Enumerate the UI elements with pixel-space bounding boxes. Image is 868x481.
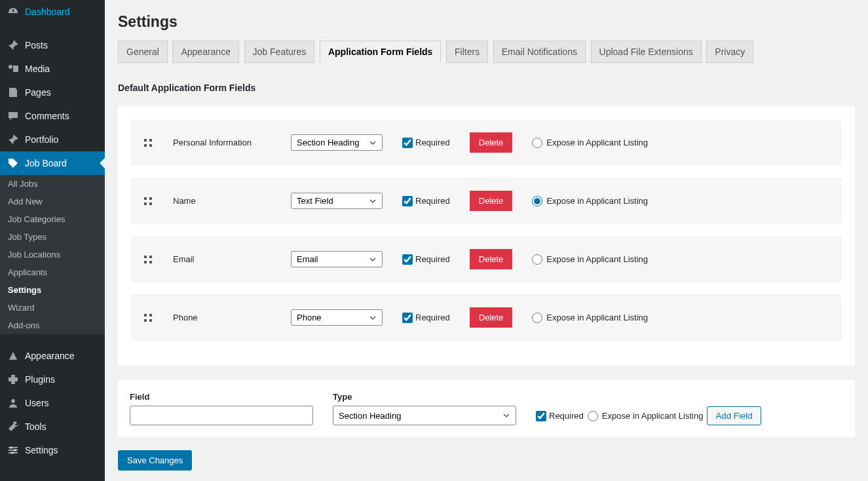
required-check[interactable]: Required [402, 138, 450, 148]
expose-radio[interactable]: Expose in Applicant Listing [532, 138, 648, 148]
delete-button[interactable]: Delete [470, 307, 513, 328]
submenu-add-ons[interactable]: Add-ons [0, 317, 105, 334]
sidebar-item-plugins[interactable]: Plugins [0, 368, 105, 391]
sidebar-label: Media [25, 64, 50, 74]
users-icon [7, 396, 20, 410]
tab-upload-file-extensions[interactable]: Upload File Extensions [591, 41, 702, 63]
svg-rect-17 [149, 256, 152, 258]
expose-radio-input[interactable] [532, 254, 542, 265]
required-check[interactable]: Required [402, 313, 450, 323]
sidebar-item-settings[interactable]: Settings [0, 438, 105, 462]
tab-email-notifications[interactable]: Email Notifications [493, 41, 586, 63]
svg-rect-12 [144, 197, 147, 200]
expose-radio[interactable]: Expose in Applicant Listing [532, 254, 648, 265]
sidebar-item-job-board[interactable]: Job Board [0, 151, 105, 175]
svg-point-7 [11, 452, 14, 454]
expose-radio[interactable]: Expose in Applicant Listing [532, 313, 648, 323]
expose-radio-input[interactable] [532, 313, 542, 323]
tab-job-features[interactable]: Job Features [244, 41, 315, 63]
sidebar-item-appearance[interactable]: Appearance [0, 344, 105, 368]
sidebar-label: Users [25, 398, 49, 408]
svg-rect-8 [144, 139, 147, 142]
field-label: Field [130, 392, 313, 402]
submenu-job-locations[interactable]: Job Locations [0, 246, 105, 263]
comments-icon [7, 109, 20, 123]
new-expose-radio[interactable]: Expose in Applicant Listing [588, 411, 704, 421]
sidebar-item-media[interactable]: Media [0, 57, 105, 81]
field-row: EmailEmailRequiredDeleteExpose in Applic… [131, 236, 842, 282]
submenu-all-jobs[interactable]: All Jobs [0, 175, 105, 193]
field-name-label: Phone [173, 313, 271, 322]
submenu-add-new[interactable]: Add New [0, 193, 105, 210]
expose-radio-input[interactable] [532, 196, 542, 206]
expose-radio-input[interactable] [532, 138, 542, 148]
settings-tabs: General Appearance Job Features Applicat… [118, 41, 855, 63]
delete-button[interactable]: Delete [470, 191, 513, 211]
tab-privacy[interactable]: Privacy [706, 41, 753, 63]
sidebar-label: Tools [25, 421, 47, 432]
svg-rect-10 [144, 144, 147, 147]
svg-rect-22 [144, 319, 147, 322]
sidebar-item-comments[interactable]: Comments [0, 104, 105, 128]
expose-label: Expose in Applicant Listing [546, 138, 648, 147]
plugins-icon [7, 373, 20, 386]
new-expose-radio-input[interactable] [588, 411, 598, 421]
field-type-select[interactable]: Text Field [291, 193, 383, 209]
new-field-input[interactable] [130, 406, 313, 425]
submenu-settings[interactable]: Settings [0, 281, 105, 299]
svg-rect-13 [149, 197, 152, 200]
sidebar-label: Appearance [25, 351, 75, 361]
submenu-wizard[interactable]: Wizard [0, 299, 105, 317]
sidebar-label: Comments [25, 111, 69, 121]
submenu-applicants[interactable]: Applicants [0, 263, 105, 281]
admin-sidebar: Dashboard Posts Media Pages Comments Por… [0, 0, 105, 481]
media-icon [7, 62, 20, 75]
required-checkbox[interactable] [402, 196, 413, 206]
tab-application-form-fields[interactable]: Application Form Fields [320, 41, 441, 63]
sidebar-item-posts[interactable]: Posts [0, 33, 105, 57]
drag-handle-icon[interactable] [143, 254, 153, 265]
required-check[interactable]: Required [402, 254, 450, 265]
field-type-select[interactable]: Section Heading [291, 134, 383, 151]
tools-icon [7, 420, 20, 433]
field-name-label: Personal Information [173, 138, 271, 147]
required-check[interactable]: Required [402, 196, 450, 206]
tab-general[interactable]: General [118, 41, 168, 63]
svg-point-0 [9, 65, 12, 69]
sidebar-item-users[interactable]: Users [0, 391, 105, 415]
sidebar-item-tools[interactable]: Tools [0, 415, 105, 438]
new-required-checkbox[interactable] [536, 411, 546, 421]
sidebar-item-pages[interactable]: Pages [0, 81, 105, 104]
field-type-select[interactable]: Phone [291, 309, 383, 326]
submenu-job-categories[interactable]: Job Categories [0, 210, 105, 228]
svg-rect-21 [149, 314, 152, 317]
tab-filters[interactable]: Filters [446, 41, 488, 63]
required-checkbox[interactable] [402, 254, 413, 265]
save-changes-button[interactable]: Save Changes [118, 450, 192, 471]
drag-handle-icon[interactable] [143, 313, 153, 323]
required-label: Required [415, 196, 450, 206]
sidebar-label: Job Board [25, 158, 67, 168]
sidebar-label: Pages [25, 87, 51, 98]
submenu-job-types[interactable]: Job Types [0, 228, 105, 246]
expose-label: Expose in Applicant Listing [546, 196, 648, 206]
svg-rect-14 [144, 202, 147, 205]
expose-label: Expose in Applicant Listing [546, 254, 648, 264]
field-type-select[interactable]: Email [291, 251, 383, 267]
svg-point-5 [10, 446, 12, 449]
expose-label: Expose in Applicant Listing [546, 313, 648, 322]
delete-button[interactable]: Delete [470, 132, 513, 153]
tab-appearance[interactable]: Appearance [172, 41, 239, 63]
field-row: Personal InformationSection HeadingRequi… [131, 119, 842, 166]
delete-button[interactable]: Delete [470, 249, 513, 269]
sidebar-item-portfolio[interactable]: Portfolio [0, 128, 105, 151]
add-field-button[interactable]: Add Field [707, 406, 761, 425]
new-field-type-select[interactable]: Section Heading [333, 406, 516, 425]
expose-radio[interactable]: Expose in Applicant Listing [532, 196, 648, 206]
drag-handle-icon[interactable] [143, 196, 153, 206]
sidebar-item-dashboard[interactable]: Dashboard [0, 0, 105, 24]
required-checkbox[interactable] [402, 313, 413, 323]
new-required-check[interactable]: Required [536, 411, 584, 421]
drag-handle-icon[interactable] [143, 138, 153, 148]
required-checkbox[interactable] [402, 138, 413, 148]
